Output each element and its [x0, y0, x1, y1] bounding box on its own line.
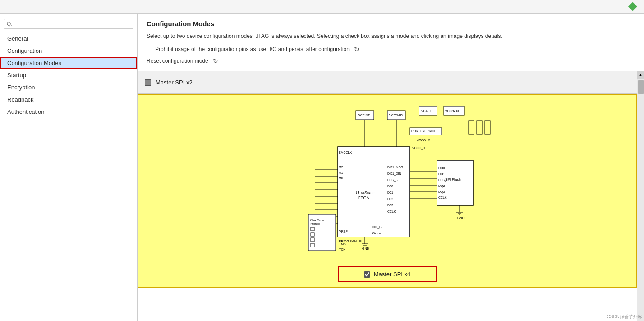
modes-list: Master SPI x2 UltraScale FPGA — [138, 71, 637, 321]
mode-row-master-spi-x2[interactable]: Master SPI x2 — [138, 71, 637, 94]
svg-text:UltraScale: UltraScale — [356, 191, 375, 195]
svg-text:Interface: Interface — [310, 223, 321, 225]
sidebar-item-startup[interactable]: Startup — [0, 69, 137, 81]
watermark: CSDN@香芋外琢 — [607, 314, 643, 320]
svg-text:VCCINT: VCCINT — [358, 114, 370, 117]
reset-refresh-icon[interactable]: ↻ — [213, 57, 218, 65]
svg-text:EMCCLK: EMCCLK — [339, 151, 352, 154]
sidebar-item-authentication[interactable]: Authentication — [0, 106, 137, 118]
svg-text:VREF: VREF — [339, 230, 348, 233]
mode-label-master-spi-x2: Master SPI x2 — [156, 79, 193, 86]
svg-text:D00: D00 — [387, 185, 393, 188]
prohibit-checkbox-row: Prohibit usage of the configuration pins… — [147, 46, 635, 53]
svg-text:FCS_B: FCS_B — [438, 178, 449, 182]
prohibit-checkbox[interactable] — [147, 47, 152, 52]
svg-text:M0: M0 — [339, 177, 343, 180]
circuit-diagram[interactable]: UltraScale FPGA PROGRAM_B SPI Flash — [138, 95, 636, 262]
svg-text:D02: D02 — [387, 197, 393, 200]
svg-text:GND: GND — [362, 247, 369, 250]
svg-text:INIT_B: INIT_B — [372, 225, 382, 229]
sidebar-item-general[interactable]: General — [0, 33, 137, 45]
svg-text:TMS: TMS — [339, 242, 346, 246]
modes-wrapper: Master SPI x2 UltraScale FPGA — [138, 71, 644, 321]
page-title: Configuration Modes — [147, 20, 635, 28]
svg-text:FCS_B: FCS_B — [387, 178, 398, 182]
svg-text:TCK: TCK — [339, 248, 345, 251]
svg-text:D03: D03 — [387, 204, 393, 207]
svg-text:VBATT: VBATT — [421, 109, 432, 112]
description-text: Select up to two device configuration mo… — [147, 32, 635, 40]
svg-text:D01: D01 — [387, 191, 393, 194]
svg-text:VCCO_I5: VCCO_I5 — [417, 139, 430, 142]
sidebar-item-configuration[interactable]: Configuration — [0, 45, 137, 57]
search-box[interactable] — [4, 19, 133, 29]
svg-text:DQ3: DQ3 — [438, 190, 445, 194]
svg-text:VCC/AUX: VCC/AUX — [445, 109, 459, 112]
svg-text:M2: M2 — [339, 166, 343, 169]
main-layout: General Configuration Configuration Mode… — [0, 14, 644, 321]
svg-text:Xilinx Cable: Xilinx Cable — [310, 219, 324, 222]
svg-text:DONE: DONE — [372, 231, 381, 234]
svg-text:FPGA: FPGA — [358, 195, 369, 200]
circuit-svg: UltraScale FPGA PROGRAM_B SPI Flash — [257, 102, 518, 255]
scrollbar-thumb[interactable] — [638, 80, 644, 94]
top-bar — [0, 0, 644, 14]
mode-row-master-spi-x4[interactable]: UltraScale FPGA PROGRAM_B SPI Flash — [138, 94, 637, 288]
search-input[interactable] — [7, 21, 130, 27]
svg-text:POR_OVERRIDE: POR_OVERRIDE — [411, 130, 437, 133]
svg-text:CCLK: CCLK — [387, 210, 396, 213]
svg-text:CCLK: CCLK — [438, 196, 447, 199]
svg-text:DI01_DIN: DI01_DIN — [387, 172, 401, 176]
app-logo — [628, 2, 637, 11]
prohibit-refresh-icon[interactable]: ↻ — [354, 46, 359, 53]
svg-text:DQ2: DQ2 — [438, 184, 445, 188]
svg-text:DI01_MOS: DI01_MOS — [387, 166, 403, 169]
content-header: Configuration Modes Select up to two dev… — [138, 14, 644, 71]
svg-text:M1: M1 — [339, 171, 343, 174]
svg-text:DQ1: DQ1 — [438, 172, 445, 176]
scrollbar-up-arrow[interactable]: ▲ — [637, 71, 644, 79]
sidebar-item-readback[interactable]: Readback — [0, 93, 137, 106]
prohibit-label: Prohibit usage of the configuration pins… — [155, 46, 350, 52]
sidebar: General Configuration Configuration Mode… — [0, 14, 138, 321]
reset-row: Reset configuration mode ↻ — [147, 57, 635, 65]
sidebar-item-encryption[interactable]: Encryption — [0, 81, 137, 93]
svg-text:GND: GND — [457, 216, 465, 219]
content-area: Configuration Modes Select up to two dev… — [138, 14, 644, 321]
mode-label-row-master-spi-x4[interactable]: Master SPI x4 — [138, 262, 636, 287]
svg-text:DQ0: DQ0 — [438, 167, 445, 170]
mode-label-master-spi-x4: Master SPI x4 — [374, 271, 411, 278]
mode-checkbox-master-spi-x4[interactable] — [364, 271, 370, 278]
right-scrollbar: ▲ — [637, 71, 644, 321]
sidebar-item-configuration-modes[interactable]: Configuration Modes — [0, 57, 137, 69]
svg-text:VCCO_0: VCCO_0 — [412, 146, 425, 150]
reset-label: Reset configuration mode — [147, 58, 208, 64]
svg-text:VCC/AUX: VCC/AUX — [389, 114, 403, 117]
